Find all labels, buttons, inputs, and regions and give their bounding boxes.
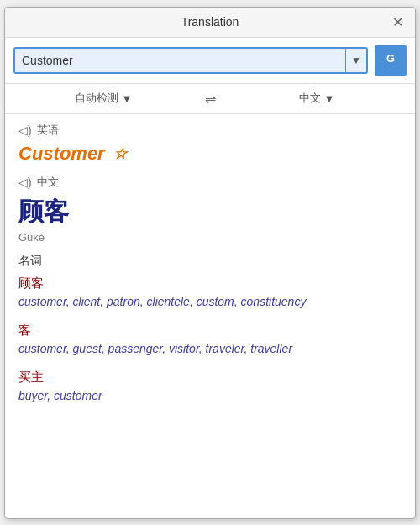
source-lang-name: 英语 <box>37 123 59 138</box>
definition-word: 买主 <box>18 370 402 386</box>
target-lang-name: 中文 <box>37 175 59 190</box>
source-language-label: 自动检测 <box>75 91 118 106</box>
definition-block: 买主buyer, customer <box>18 370 402 405</box>
language-bar: 自动检测 ▼ ⇌ 中文 ▼ <box>5 84 415 114</box>
source-language-button[interactable]: 自动检测 ▼ <box>13 84 193 113</box>
definition-synonyms: customer, guest, passenger, visitor, tra… <box>18 340 402 358</box>
close-button[interactable]: ✕ <box>388 13 407 31</box>
part-of-speech-label: 名词 <box>18 254 402 269</box>
search-dropdown-button[interactable]: ▼ <box>345 49 366 72</box>
definition-word: 顾客 <box>18 276 402 291</box>
target-section-label: ◁) 中文 <box>18 175 402 190</box>
google-translate-icon: G <box>381 49 400 71</box>
source-word-text: Customer <box>18 143 105 165</box>
title-bar: Translation ✕ <box>5 8 415 38</box>
swap-languages-button[interactable]: ⇌ <box>193 91 227 107</box>
google-translate-button[interactable]: G <box>375 45 407 76</box>
pinyin-text: Gùkè <box>18 231 402 244</box>
definition-block: 顾客customer, client, patron, clientele, c… <box>18 276 402 311</box>
translation-window: Translation ✕ ▼ G 自动检测 ▼ ⇌ 中文 ▼ <box>4 7 416 519</box>
target-language-button[interactable]: 中文 ▼ <box>227 84 407 113</box>
definition-block: 客customer, guest, passenger, visitor, tr… <box>18 323 402 358</box>
definition-word: 客 <box>18 323 402 339</box>
source-word-display: Customer ☆ <box>18 143 402 165</box>
main-translation: 顾客 <box>18 195 402 229</box>
source-section-label: ◁) 英语 <box>18 123 402 138</box>
target-lang-dropdown-icon: ▼ <box>324 92 335 105</box>
favorite-star-icon[interactable]: ☆ <box>113 144 127 163</box>
svg-text:G: G <box>386 52 395 65</box>
search-input[interactable] <box>15 49 345 72</box>
target-speaker-icon[interactable]: ◁) <box>18 176 32 189</box>
search-wrapper: ▼ <box>13 47 368 74</box>
source-speaker-icon[interactable]: ◁) <box>18 123 32 137</box>
window-title: Translation <box>181 15 239 29</box>
target-language-label: 中文 <box>299 91 321 106</box>
definition-synonyms: buyer, customer <box>18 387 402 405</box>
definitions-container: 顾客customer, client, patron, clientele, c… <box>18 276 402 405</box>
content-area: ◁) 英语 Customer ☆ ◁) 中文 顾客 Gùkè 名词 顾客cust… <box>5 114 415 518</box>
source-lang-dropdown-icon: ▼ <box>122 92 133 105</box>
definition-synonyms: customer, client, patron, clientele, cus… <box>18 293 402 311</box>
toolbar: ▼ G <box>5 38 415 84</box>
